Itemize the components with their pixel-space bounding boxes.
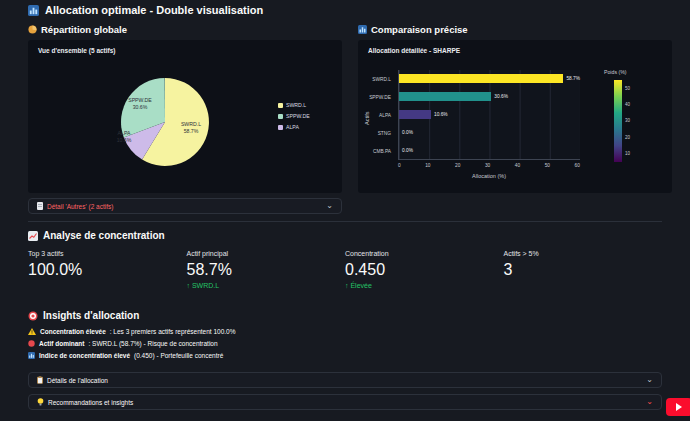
right-section-title: Comparaison précise (371, 24, 468, 35)
insight-item: Concentration élevée : Les 3 premiers ac… (28, 328, 235, 335)
insight-label: Concentration élevée (40, 328, 106, 335)
chart-increasing-icon (28, 231, 38, 241)
metric: Actif principal 58.7% ↑ SWRD.L (187, 250, 346, 289)
pie-slice-label-sppwde: SPPW.DE30.6% (128, 97, 152, 111)
y-tick-label: SPPW.DE (358, 88, 395, 106)
expander-label: Détails de l'allocation (47, 377, 108, 384)
insights-list: Concentration élevée : Les 3 premiers ac… (28, 328, 235, 359)
bar-value-label: 58.7% (566, 76, 580, 81)
metric-label: Actifs > 5% (504, 250, 663, 257)
bar-value-label: 30.6% (494, 94, 508, 99)
y-tick-label: SWRD.L (358, 70, 395, 88)
bar-chart-xticks: 0 10 20 30 40 50 60 (398, 163, 580, 168)
pie-chart-title: Vue d'ensemble (5 actifs) (38, 47, 116, 54)
expander-pie-detail[interactable]: Détail 'Autres' (2 actifs) ⌄ (28, 198, 342, 214)
insight-item: Indice de concentration élevé (0.450) - … (28, 352, 235, 359)
colorbar-title: Poids (%) (604, 69, 627, 75)
bar-chart-panel[interactable]: Allocation détaillée - SHARPE Actifs SWR… (358, 40, 672, 193)
bar-chart-title: Allocation détaillée - SHARPE (368, 47, 460, 54)
bar-row: 30.6% (399, 92, 580, 102)
legend-item[interactable]: SWRD.L (278, 102, 310, 108)
bar-chart-icon (28, 352, 35, 359)
bar-row: 0.0% (399, 127, 580, 137)
expander-allocation-details[interactable]: Détails de l'allocation ⌄ (28, 372, 662, 388)
y-tick-label: STNG (358, 124, 395, 142)
metric-label: Actif principal (187, 250, 346, 257)
insight-label: Actif dominant (39, 340, 85, 347)
bar-plot-area[interactable]: 58.7% 30.6% 10.6% 0.0% 0.0% (398, 70, 580, 160)
insight-text: : SWRD.L (58.7%) - Risque de concentrati… (89, 340, 218, 347)
bar-value-label: 0.0% (402, 148, 413, 153)
colorbar (614, 80, 622, 162)
bar-fill[interactable] (399, 74, 563, 83)
x-tick-label: 50 (545, 163, 550, 168)
app-page: Allocation optimale - Double visualisati… (0, 0, 690, 421)
bar-fill[interactable] (399, 110, 431, 119)
pie-chart[interactable] (110, 67, 220, 177)
colorbar-tick: 30 (625, 118, 630, 123)
pie-slice-label-swrdl: SWRD.L58.7% (181, 121, 201, 135)
bar-fill[interactable] (399, 92, 491, 101)
insight-text: (0.450) - Portefeuille concentré (134, 352, 223, 359)
section-divider (28, 221, 662, 222)
legend-label: SWRD.L (286, 102, 306, 108)
legend-label: ALPA (286, 124, 299, 130)
bar-chart-yticks: SWRD.L SPPW.DE ALPA STNG CMB.PA (358, 70, 395, 160)
legend-swatch (278, 125, 283, 130)
metric-value: 0.450 (345, 261, 504, 279)
bar-row: 0.0% (399, 145, 580, 155)
metric-value: 58.7% (187, 261, 346, 279)
y-tick-label: ALPA (358, 106, 395, 124)
bar-row: 58.7% (399, 74, 580, 84)
colorbar-ticks: 50 40 30 20 10 (625, 80, 630, 162)
x-tick-label: 20 (455, 163, 460, 168)
metric: Concentration 0.450 ↑ Élevée (345, 250, 504, 289)
metrics-row: Top 3 actifs 100.0% Actif principal 58.7… (28, 250, 662, 289)
insight-text: : Les 3 premiers actifs représentent 100… (110, 328, 236, 335)
bulb-icon (37, 398, 44, 406)
insight-item: Actif dominant : SWRD.L (58.7%) - Risque… (28, 340, 235, 347)
bar-chart-icon (28, 5, 39, 16)
play-button[interactable] (666, 398, 690, 416)
page-header: Allocation optimale - Double visualisati… (28, 4, 263, 16)
metrics-section-title: Analyse de concentration (43, 230, 165, 241)
chevron-down-icon: ⌄ (326, 201, 333, 211)
colorbar-tick: 10 (625, 151, 630, 156)
metric-value: 100.0% (28, 261, 187, 279)
insights-section-header: Insights d'allocation (28, 310, 139, 321)
expander-label: Recommandations et insights (48, 399, 133, 406)
x-tick-label: 40 (515, 163, 520, 168)
legend-item[interactable]: ALPA (278, 124, 310, 130)
target-icon (28, 311, 38, 321)
pie-slice-label-alpa: ALPA10.6% (117, 130, 132, 144)
colorbar-tick: 50 (625, 86, 630, 91)
x-tick-label: 60 (575, 163, 580, 168)
page-icon (37, 202, 43, 210)
pie-legend: SWRD.L SPPW.DE ALPA (278, 102, 310, 130)
legend-swatch (278, 103, 283, 108)
y-tick-label: CMB.PA (358, 142, 395, 160)
insights-section-title: Insights d'allocation (43, 310, 139, 321)
play-icon (676, 403, 682, 411)
metric: Top 3 actifs 100.0% (28, 250, 187, 289)
pie-chart-panel[interactable]: Vue d'ensemble (5 actifs) SWRD.L58.7% AL… (28, 40, 342, 193)
clipboard-icon (37, 376, 43, 384)
metric-value: 3 (504, 261, 663, 279)
bar-value-label: 0.0% (402, 130, 413, 135)
colorbar-tick: 20 (625, 135, 630, 140)
legend-item[interactable]: SPPW.DE (278, 113, 310, 119)
expander-label: Détail 'Autres' (2 actifs) (47, 203, 113, 210)
x-tick-label: 10 (425, 163, 430, 168)
pie-icon (28, 25, 37, 34)
left-section-header: Répartition globale (28, 24, 127, 35)
metric-label: Top 3 actifs (28, 250, 187, 257)
bar-row: 10.6% (399, 109, 580, 119)
metric-delta: ↑ Élevée (345, 282, 504, 289)
metric-delta: ↑ SWRD.L (187, 282, 346, 289)
pie-chart-svg (110, 67, 220, 177)
bar-chart-xlabel: Allocation (%) (398, 173, 580, 179)
legend-swatch (278, 114, 283, 119)
expander-recommendations[interactable]: Recommandations et insights ⌄ (28, 394, 662, 410)
metric: Actifs > 5% 3 (504, 250, 663, 289)
chevron-down-icon: ⌄ (646, 375, 653, 385)
